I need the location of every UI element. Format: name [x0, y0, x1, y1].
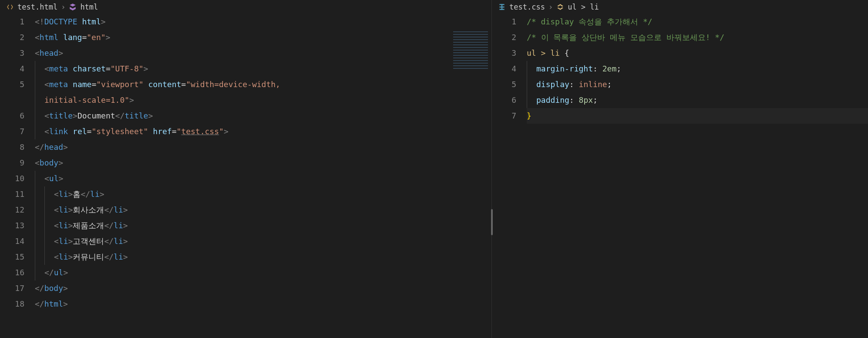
- line-number: 11: [0, 186, 24, 202]
- line-number: 10: [0, 171, 24, 186]
- line-number: 1: [492, 14, 516, 30]
- line-number: 7: [0, 124, 24, 139]
- line-number: 2: [0, 30, 24, 45]
- editor-pane-right: test.css › ul > li 1234567 /* display 속성…: [492, 0, 868, 338]
- line-number: 15: [0, 249, 24, 265]
- breadcrumb-separator: ›: [61, 3, 65, 11]
- breadcrumb-file[interactable]: test.css: [509, 3, 545, 11]
- code-line[interactable]: <title>Document</title>: [35, 108, 487, 124]
- code-line[interactable]: <link rel="stylesheet" href="test.css">: [35, 124, 487, 139]
- code-line[interactable]: }: [527, 108, 864, 124]
- code-area-right[interactable]: /* display 속성을 추가해서 *//* 이 목록을 상단바 메뉴 모습…: [527, 14, 868, 338]
- line-number: 18: [0, 296, 24, 312]
- line-number: 2: [492, 30, 516, 45]
- code-line[interactable]: <head>: [35, 45, 487, 61]
- line-number: 6: [492, 92, 516, 108]
- code-line[interactable]: </ul>: [35, 265, 487, 281]
- line-number: 4: [492, 61, 516, 77]
- code-line[interactable]: <meta charset="UTF-8">: [35, 61, 487, 77]
- symbol-namespace-icon: [69, 3, 77, 11]
- line-number: 14: [0, 233, 24, 249]
- line-number: 5: [492, 77, 516, 92]
- code-line[interactable]: margin-right: 2em;: [527, 61, 864, 77]
- code-line[interactable]: padding: 8px;: [527, 92, 864, 108]
- code-line[interactable]: <!DOCTYPE html>: [35, 14, 487, 30]
- breadcrumb-right[interactable]: test.css › ul > li: [492, 0, 868, 14]
- line-number: 12: [0, 202, 24, 218]
- symbol-ruler-icon: [556, 3, 564, 11]
- editor-body-left[interactable]: 123456789101112131415161718 <!DOCTYPE ht…: [0, 14, 491, 338]
- code-line[interactable]: <li>회사소개</li>: [35, 202, 487, 218]
- code-line[interactable]: /* 이 목록을 상단바 메뉴 모습으로 바꿔보세요! */: [527, 30, 864, 45]
- line-number: 17: [0, 281, 24, 296]
- line-gutter-left: 123456789101112131415161718: [0, 14, 35, 338]
- minimap[interactable]: [453, 31, 488, 71]
- breadcrumb-symbol[interactable]: ul > li: [568, 3, 599, 11]
- code-line[interactable]: <html lang="en">: [35, 30, 487, 45]
- file-code-icon: [6, 3, 14, 11]
- code-line[interactable]: <body>: [35, 155, 487, 171]
- code-line[interactable]: ul > li {: [527, 45, 864, 61]
- breadcrumb-separator: ›: [548, 3, 553, 11]
- line-number: 3: [0, 45, 24, 61]
- code-line[interactable]: <ul>: [35, 171, 487, 186]
- line-number: 9: [0, 155, 24, 171]
- code-line[interactable]: </html>: [35, 296, 487, 312]
- line-number: 3: [492, 45, 516, 61]
- code-line[interactable]: <li>홈</li>: [35, 186, 487, 202]
- code-line[interactable]: /* display 속성을 추가해서 */: [527, 14, 864, 30]
- line-number: 6: [0, 108, 24, 124]
- line-number: 7: [492, 108, 516, 124]
- code-area-left[interactable]: <!DOCTYPE html><html lang="en"><head><me…: [35, 14, 491, 338]
- breadcrumb-left[interactable]: test.html › html: [0, 0, 491, 14]
- code-line[interactable]: <li>제품소개</li>: [35, 218, 487, 233]
- editor-pane-left: test.html › html 12345678910111213141516…: [0, 0, 492, 338]
- line-number: 13: [0, 218, 24, 233]
- line-number: 5: [0, 77, 24, 92]
- file-css-icon: [498, 3, 506, 11]
- code-line[interactable]: initial-scale=1.0">: [35, 92, 487, 108]
- line-number: 16: [0, 265, 24, 281]
- line-gutter-right: 1234567: [492, 14, 527, 338]
- code-line[interactable]: display: inline;: [527, 77, 864, 92]
- line-number: 8: [0, 139, 24, 155]
- breadcrumb-file[interactable]: test.html: [17, 3, 57, 11]
- code-line[interactable]: </head>: [35, 139, 487, 155]
- line-number: 4: [0, 61, 24, 77]
- code-line[interactable]: </body>: [35, 281, 487, 296]
- code-line[interactable]: <li>고객센터</li>: [35, 233, 487, 249]
- editor-body-right[interactable]: 1234567 /* display 속성을 추가해서 *//* 이 목록을 상…: [492, 14, 868, 338]
- breadcrumb-symbol[interactable]: html: [80, 3, 98, 11]
- code-line[interactable]: <li>커뮤니티</li>: [35, 249, 487, 265]
- line-number: [0, 92, 24, 108]
- line-number: 1: [0, 14, 24, 30]
- code-line[interactable]: <meta name="viewport" content="width=dev…: [35, 77, 487, 92]
